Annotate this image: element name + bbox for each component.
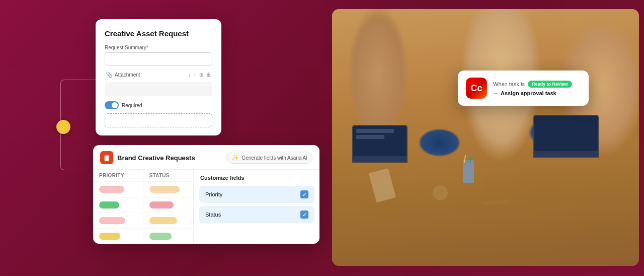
- required-label: Required: [122, 103, 142, 108]
- status-badge: Ready to Review: [528, 81, 572, 88]
- adobe-icon: Cc: [466, 78, 487, 99]
- status-pill-3: [149, 217, 177, 224]
- table-row: [93, 181, 193, 197]
- priority-pill-1: [99, 186, 124, 193]
- status-cell-4: [143, 229, 194, 244]
- table-row: [93, 197, 193, 213]
- attachment-preview: [105, 82, 212, 96]
- generate-ai-button[interactable]: ✨ Generate fields with Asana AI: [226, 152, 312, 164]
- automation-text: When task is Ready to Review → Assign ap…: [493, 81, 581, 96]
- laptop-left: [352, 125, 408, 163]
- priority-pill-4: [99, 233, 120, 240]
- table-decoration-cup: [433, 185, 448, 200]
- status-cell-1: [143, 182, 194, 197]
- pencil-cup: [463, 160, 474, 183]
- attachment-icons: ↓ ↑ ⊞ 🗑: [188, 72, 211, 78]
- table-header: 📋 Brand Creative Requests ✨ Generate fie…: [93, 145, 319, 170]
- attachment-row: 📎 Attachment ↓ ↑ ⊞ 🗑: [105, 72, 212, 78]
- laptop-right: [533, 115, 599, 158]
- table-card: 📋 Brand Creative Requests ✨ Generate fie…: [93, 145, 319, 244]
- paperclip-icon: 📎: [106, 72, 113, 78]
- lightning-badge: ⚡: [56, 120, 70, 134]
- required-toggle[interactable]: [105, 101, 119, 109]
- required-row: Required: [105, 101, 212, 109]
- table-title: Brand Creative Requests: [117, 154, 195, 162]
- priority-cell-3: [93, 213, 143, 228]
- adobe-logo: Cc: [470, 83, 482, 94]
- automation-card: Cc When task is Ready to Review → Assign…: [458, 71, 589, 106]
- brand-icon-symbol: 📋: [103, 154, 111, 162]
- arrow-down-icon[interactable]: ↓: [188, 72, 191, 78]
- status-cell-2: [143, 197, 194, 213]
- priority-column-header: Priority: [93, 170, 143, 181]
- photo-background: [332, 9, 639, 266]
- status-checkbox[interactable]: ✓: [300, 211, 308, 219]
- copy-icon[interactable]: ⊞: [199, 72, 203, 78]
- status-pill-2: [149, 201, 174, 209]
- table-title-area: 📋 Brand Creative Requests: [100, 151, 195, 164]
- table-row: [93, 228, 193, 244]
- add-field-button[interactable]: [105, 113, 212, 127]
- priority-pill-3: [99, 217, 125, 224]
- priority-cell-1: [93, 182, 143, 197]
- table-row: [93, 213, 193, 228]
- when-task-label: When task is: [493, 81, 525, 87]
- lightning-icon: ⚡: [59, 123, 68, 131]
- arrow-up-icon[interactable]: ↑: [194, 72, 196, 78]
- attachment-label: 📎 Attachment: [106, 72, 140, 78]
- ai-sparkle-icon: ✨: [231, 154, 239, 161]
- status-pill-4: [149, 233, 172, 240]
- field-option-status[interactable]: Status ✓: [199, 206, 314, 223]
- request-summary-input[interactable]: [105, 52, 212, 65]
- table-left-columns: Priority Status: [93, 170, 194, 244]
- delete-icon[interactable]: 🗑: [206, 72, 211, 78]
- when-task-row: When task is Ready to Review: [493, 81, 581, 88]
- assign-text: → Assign approval task: [493, 90, 581, 96]
- assign-label: Assign approval task: [501, 90, 556, 96]
- table-body: Priority Status: [93, 170, 319, 244]
- field-priority-label: Priority: [205, 191, 222, 197]
- customize-fields-panel: Customize fields Priority ✓ Status ✓: [194, 170, 319, 244]
- field-option-priority[interactable]: Priority ✓: [199, 186, 314, 203]
- priority-checkbox[interactable]: ✓: [300, 190, 308, 198]
- request-summary-label: Request Summary*: [105, 45, 212, 50]
- field-status-label: Status: [205, 212, 221, 218]
- brand-icon: 📋: [100, 151, 113, 164]
- priority-pill-2: [99, 201, 119, 209]
- form-card: Creative Asset Request Request Summary* …: [96, 19, 221, 135]
- status-cell-3: [143, 213, 194, 228]
- arrow-icon: →: [493, 90, 499, 96]
- priority-cell-2: [93, 197, 143, 213]
- priority-cell-4: [93, 229, 143, 244]
- status-column-header: Status: [143, 170, 194, 181]
- status-pill-1: [149, 186, 180, 193]
- form-title: Creative Asset Request: [105, 29, 212, 38]
- customize-title: Customize fields: [199, 175, 314, 181]
- column-headers: Priority Status: [93, 170, 193, 181]
